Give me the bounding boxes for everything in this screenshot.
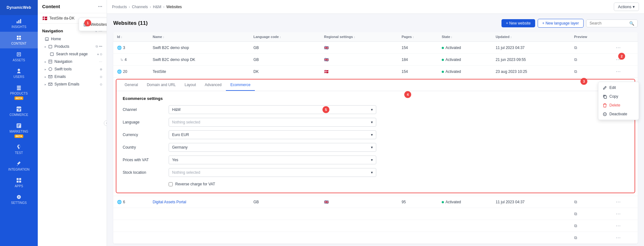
context-menu-deactivate[interactable]: Deactivate [598,110,639,118]
tab-layout[interactable]: Layout [180,79,200,91]
context-menu-edit[interactable]: Edit [598,83,639,92]
dots-icon-sm: ••• [99,45,102,48]
cell-more-e1[interactable]: ⋯ [612,208,638,220]
th-state[interactable]: State [438,32,492,42]
cell-preview-e1[interactable]: ⧉ [570,208,612,220]
context-menu-delete[interactable]: Delete [598,101,639,110]
emails-icons: ⊙ [100,75,102,79]
new-language-layer-button[interactable]: + New language layer [538,19,584,28]
websites-actions: + New website + New language layer 🔍 [501,19,638,28]
form-row-currency: Currency Euro EUR ▾ [123,130,628,139]
sep-2: › [150,5,151,9]
reverse-charge-checkbox[interactable] [169,182,173,186]
nav-item-products[interactable]: ▸ Products ⧉ ••• [42,43,102,50]
websites-header: Websites (11) + New website + New langua… [113,19,638,28]
collapse-sidebar-button[interactable]: ‹ [104,120,107,126]
select-currency[interactable]: Euro EUR ▾ [169,130,376,139]
table-row: ↳4 Swift B2C demo shop DK GB 🇬🇧 184 Acti… [113,54,638,66]
sidebar-item-commerce[interactable]: COMMERCE [0,103,38,120]
label-currency: Currency [123,133,164,137]
form-row-channel: Channel H&M ▾ [123,105,628,114]
cell-preview-e2[interactable]: ⧉ [570,220,612,232]
nav-item-emails[interactable]: ▸ Emails ⊙ [42,73,102,80]
more-dots-icon: ⋯ [616,235,621,240]
tab-domain-url[interactable]: Domain and URL [143,79,180,91]
more-dots-icon: ⋯ [616,45,621,50]
th-id[interactable]: Id [113,32,149,42]
cell-state: Activated [438,42,492,54]
preview-icon: ⧉ [574,223,577,228]
sidebar-item-apps[interactable]: APPS [0,174,38,191]
top-bar: Products › Channels › H&M › Websites Act… [107,0,644,14]
th-pages[interactable]: Pages [398,32,438,42]
cell-updated: 21 jun 2023 09:55 [492,54,570,66]
cell-preview[interactable]: ⧉ [570,42,612,54]
cell-more[interactable]: ⋯ [612,66,638,78]
nav-item-swift-tools[interactable]: ▸ Swift tools ⊕ [42,65,102,73]
cell-preview-e3[interactable]: ⧉ [570,232,612,244]
nav-item-home[interactable]: Home [42,35,102,43]
email-icon-sm: ⊙ [100,75,102,79]
breadcrumb-channels[interactable]: Channels [132,5,148,9]
cell-preview[interactable]: ⧉ [570,66,612,78]
sidebar-item-integration[interactable]: INTEGRATION [0,158,38,174]
actions-button[interactable]: Actions ▾ [614,3,639,11]
th-name[interactable]: Name [149,32,249,42]
select-stock[interactable]: Nothing selected ▾ [169,168,376,177]
th-updated[interactable]: Updated [492,32,570,42]
nav-item-search-result[interactable]: Search result page ♦ ⊙ [42,50,102,58]
navigation-section: Navigation + ⋯ Home ▸ Products ⧉ ••• Sea… [38,24,107,91]
sidebar-item-assets[interactable]: ASSETS [0,48,38,65]
sidebar-item-users[interactable]: USERS [0,65,38,82]
tab-ecommerce[interactable]: Ecommerce [226,79,255,91]
nav-item-system-emails[interactable]: ▸ System Emails ⊙ [42,80,102,88]
app-logo[interactable]: DynamicWeb [0,0,38,15]
select-vat[interactable]: Yes ▾ [169,156,376,164]
table-row-empty-3: ⧉ ⋯ [113,232,638,244]
cell-more-e2[interactable]: ⋯ [612,220,638,232]
select-language[interactable]: Nothing selected ▾ [169,118,376,127]
search-input[interactable] [590,21,627,25]
preview-icon: ⧉ [574,235,577,240]
new-website-button[interactable]: + New website [501,19,535,27]
sidebar-item-settings[interactable]: SETTINGS [0,191,38,208]
sidebar-item-insights[interactable]: INSIGHTS [0,15,38,32]
websites-popup-item[interactable]: Websites [79,20,107,29]
ecommerce-tabs: General Domain and URL Layout Advanced E… [116,79,635,91]
tab-general[interactable]: General [120,79,143,91]
sidebar-item-products[interactable]: PRODUCTS BETA [0,82,38,103]
cell-more[interactable]: ⋯ [612,54,638,66]
table-row: 🌐3 Swift B2C demo shop GB 🇬🇧 154 Activat… [113,42,638,54]
cell-pages: 95 [398,196,438,208]
context-menu-copy[interactable]: Copy [598,92,639,101]
form-row-language: Language Nothing selected ▾ [123,118,628,127]
cell-regional: 🇬🇧 [320,196,398,208]
cell-preview[interactable]: ⧉ [570,54,612,66]
tab-advanced[interactable]: Advanced [200,79,226,91]
th-lang[interactable]: Language code [250,32,320,42]
select-channel[interactable]: H&M ▾ [169,105,376,114]
cell-lang: GB [250,42,320,54]
websites-container: Websites (11) + New website + New langua… [107,14,644,246]
cell-preview[interactable]: ⧉ [570,196,612,208]
th-regional[interactable]: Regional settings [320,32,398,42]
search-result-icons: ♦ ⊙ [97,52,102,56]
chevron-down-icon: ▾ [371,158,373,162]
cell-more-e3[interactable]: ⋯ [612,232,638,244]
search-icon[interactable]: 🔍 [629,21,634,26]
secondary-header-icons: ⋯ [98,4,102,9]
more-dots-icon: ⋯ [616,211,621,216]
cell-more[interactable]: ⋯ [612,196,638,208]
three-dots-icon[interactable]: ⋯ [98,4,102,9]
nav-item-navigation[interactable]: ▸ Navigation ⋯ [42,58,102,65]
main-content: Products › Channels › H&M › Websites Act… [107,0,644,246]
cell-pages: 184 [398,54,438,66]
chevron-down-icon: ▾ [371,145,373,150]
sidebar-item-content[interactable]: CONTENT [0,32,38,48]
cell-more[interactable]: ⋯ [612,42,638,54]
sidebar-item-test[interactable]: TEST [0,141,38,158]
breadcrumb-products[interactable]: Products [112,5,127,9]
breadcrumb-hm[interactable]: H&M [153,5,161,9]
select-country[interactable]: Germany ▾ [169,143,376,152]
sidebar-item-marketing[interactable]: MARKETING BETA [0,120,38,141]
